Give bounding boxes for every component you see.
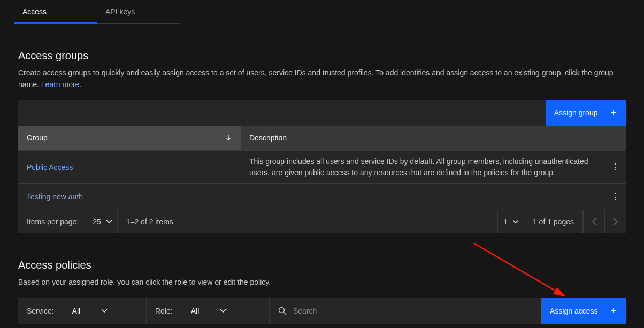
plus-icon: + [610,306,616,316]
caret-left-icon [592,218,596,225]
group-link-public-access[interactable]: Public Access [27,163,73,171]
assign-access-label: Assign access [550,307,597,315]
search-box [270,298,541,324]
next-page-button[interactable] [604,210,626,233]
row-menu-icon[interactable]: ⋮ [604,162,626,172]
chevron-down-icon [220,309,226,313]
items-per-page-label: Items per page: [18,210,87,233]
chevron-down-icon [106,220,112,223]
plus-icon: + [610,108,616,118]
sort-descending-icon [225,134,232,142]
items-per-page-select[interactable]: 25 [87,210,118,233]
table-header: Group Description [18,126,626,150]
pagination: Items per page: 25 1–2 of 2 items 1 1 of… [18,210,626,233]
assign-group-button[interactable]: Assign group + [546,100,626,126]
assign-access-button[interactable]: Assign access + [541,298,626,324]
service-filter[interactable]: Service: All [18,298,147,324]
access-policies-title: Access policies [18,259,626,271]
access-groups-table: Assign group + Group Description Public … [18,100,626,233]
role-filter-label: Role: [155,307,173,315]
access-policies-description: Based on your assigned role, you can cli… [18,277,626,288]
service-filter-label: Service: [27,307,54,315]
tabs: Access API keys [14,0,626,24]
table-toolbar: Assign group + [18,100,626,126]
group-name-cell: Public Access [18,155,241,179]
access-groups-description: Create access groups to quickly and easi… [18,67,626,90]
assign-group-label: Assign group [554,108,598,117]
table-row: Testing new auth ⋮ [18,183,626,210]
learn-more-link[interactable]: Learn more. [41,80,81,89]
page-select[interactable]: 1 [497,210,524,233]
access-groups-title: Access groups [18,50,626,62]
chevron-down-icon [102,309,107,313]
tab-api-keys[interactable]: API keys [97,0,180,24]
policies-toolbar: Service: All Role: All Ass [18,298,626,324]
column-header-group[interactable]: Group [18,126,241,150]
search-input[interactable] [293,307,533,315]
row-menu-icon[interactable]: ⋮ [604,192,626,202]
group-description-cell [241,191,604,202]
tab-access[interactable]: Access [14,0,97,24]
table-row: Public Access This group includes all us… [18,150,626,183]
svg-point-0 [279,307,285,313]
group-name-cell: Testing new auth [18,184,241,209]
items-range: 1–2 of 2 items [118,210,182,233]
column-header-description: Description [241,126,626,150]
search-icon [278,307,287,315]
prev-page-button[interactable] [583,210,604,233]
group-description-cell: This group includes all users and servic… [241,151,604,183]
role-filter[interactable]: Role: All [147,298,270,324]
caret-right-icon [614,218,618,225]
svg-line-1 [284,312,287,315]
pages-text: 1 of 1 pages [524,210,583,233]
chevron-down-icon [513,220,518,223]
group-link-testing-new-auth[interactable]: Testing new auth [27,192,83,201]
